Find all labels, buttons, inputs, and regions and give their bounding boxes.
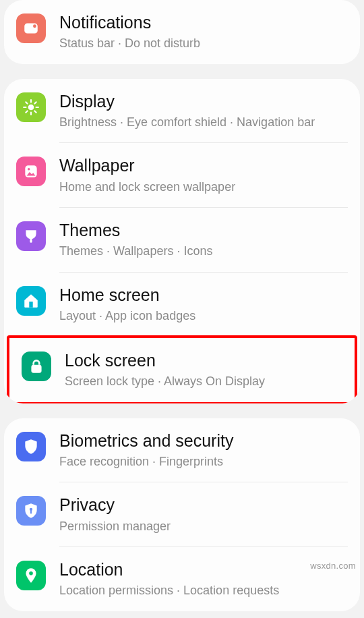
item-title: Lock screen bbox=[65, 350, 341, 371]
svg-rect-0 bbox=[24, 23, 38, 33]
item-title: Privacy bbox=[59, 495, 346, 515]
item-title: Location bbox=[59, 559, 346, 580]
svg-rect-15 bbox=[31, 365, 41, 373]
svg-point-1 bbox=[33, 24, 36, 28]
svg-point-2 bbox=[28, 104, 34, 110]
settings-item-display[interactable]: Display Brightness · Eye comfort shield … bbox=[4, 79, 360, 143]
item-title: Notifications bbox=[59, 12, 346, 33]
settings-group: Notifications Status bar · Do not distur… bbox=[4, 0, 360, 64]
item-text: Wallpaper Home and lock screen wallpaper bbox=[59, 155, 346, 195]
item-title: Home screen bbox=[59, 285, 346, 306]
item-text: Privacy Permission manager bbox=[59, 495, 346, 534]
settings-group: Biometrics and security Face recognition… bbox=[4, 418, 360, 611]
svg-rect-13 bbox=[30, 238, 32, 243]
display-icon bbox=[16, 92, 46, 122]
item-subtitle: Face recognition · Fingerprints bbox=[59, 454, 346, 470]
settings-item-location[interactable]: Location Location permissions · Location… bbox=[4, 547, 360, 611]
home-icon bbox=[16, 286, 46, 316]
themes-icon bbox=[16, 221, 46, 251]
svg-line-10 bbox=[34, 102, 36, 103]
settings-group: Display Brightness · Eye comfort shield … bbox=[4, 79, 360, 403]
lock-icon bbox=[22, 352, 51, 381]
settings-item-wallpaper[interactable]: Wallpaper Home and lock screen wallpaper bbox=[4, 143, 360, 207]
item-text: Lock screen Screen lock type · Always On… bbox=[65, 350, 341, 390]
item-subtitle: Layout · App icon badges bbox=[59, 308, 346, 324]
item-title: Wallpaper bbox=[59, 155, 346, 176]
item-title: Display bbox=[59, 91, 346, 112]
item-subtitle: Home and lock screen wallpaper bbox=[59, 179, 346, 195]
item-text: Notifications Status bar · Do not distur… bbox=[59, 12, 346, 52]
item-title: Themes bbox=[59, 220, 346, 241]
svg-point-18 bbox=[29, 571, 33, 575]
item-subtitle: Permission manager bbox=[59, 519, 346, 534]
highlight-box: Lock screen Screen lock type · Always On… bbox=[7, 335, 357, 403]
privacy-icon bbox=[16, 496, 46, 526]
item-subtitle: Screen lock type · Always On Display bbox=[65, 374, 341, 389]
svg-line-9 bbox=[26, 111, 27, 112]
settings-item-themes[interactable]: Themes Themes · Wallpapers · Icons bbox=[4, 208, 360, 272]
settings-item-privacy[interactable]: Privacy Permission manager bbox=[4, 482, 360, 546]
item-subtitle: Status bar · Do not disturb bbox=[59, 36, 346, 51]
svg-line-7 bbox=[26, 102, 27, 103]
svg-rect-14 bbox=[29, 302, 32, 308]
shield-icon bbox=[16, 432, 46, 461]
notifications-icon bbox=[16, 13, 46, 43]
settings-item-lockscreen[interactable]: Lock screen Screen lock type · Always On… bbox=[9, 338, 355, 402]
settings-item-notifications[interactable]: Notifications Status bar · Do not distur… bbox=[4, 0, 360, 64]
settings-item-homescreen[interactable]: Home screen Layout · App icon badges bbox=[4, 273, 360, 337]
item-text: Home screen Layout · App icon badges bbox=[59, 285, 346, 325]
item-text: Themes Themes · Wallpapers · Icons bbox=[59, 220, 346, 260]
watermark: wsxdn.com bbox=[310, 561, 356, 571]
item-text: Biometrics and security Face recognition… bbox=[59, 430, 346, 470]
svg-rect-17 bbox=[30, 510, 32, 513]
item-subtitle: Location permissions · Location requests bbox=[59, 583, 346, 598]
item-title: Biometrics and security bbox=[59, 430, 346, 451]
svg-point-12 bbox=[28, 168, 30, 170]
item-text: Location Location permissions · Location… bbox=[59, 559, 346, 599]
item-subtitle: Themes · Wallpapers · Icons bbox=[59, 244, 346, 259]
settings-item-biometrics[interactable]: Biometrics and security Face recognition… bbox=[4, 418, 360, 482]
location-icon bbox=[16, 561, 46, 590]
svg-line-8 bbox=[34, 111, 36, 112]
item-subtitle: Brightness · Eye comfort shield · Naviga… bbox=[59, 115, 346, 130]
wallpaper-icon bbox=[16, 157, 46, 186]
item-text: Display Brightness · Eye comfort shield … bbox=[59, 91, 346, 131]
